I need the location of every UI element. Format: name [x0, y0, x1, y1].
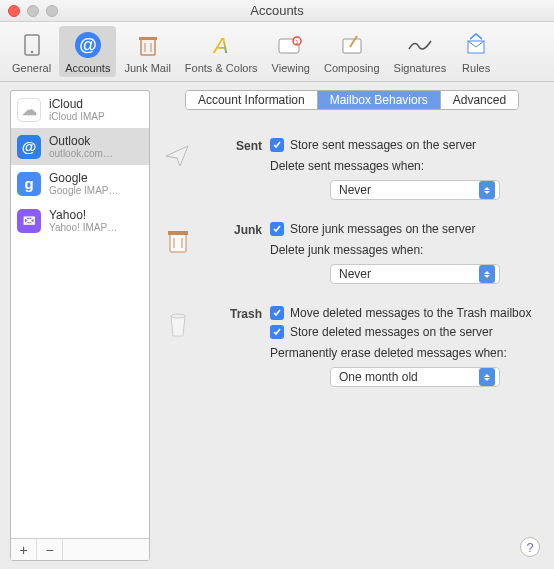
viewing-icon: 1 — [275, 29, 307, 61]
junk-icon — [160, 222, 196, 258]
tab-segmented-control: Account Information Mailbox Behaviors Ad… — [160, 90, 544, 110]
toolbar-signatures[interactable]: Signatures — [388, 26, 453, 77]
account-yahoo[interactable]: ✉ Yahoo! Yahoo! IMAP… — [11, 202, 149, 239]
svg-rect-17 — [170, 234, 186, 252]
tab-advanced[interactable]: Advanced — [441, 91, 518, 109]
svg-point-21 — [171, 314, 185, 318]
accounts-list: ☁ iCloud iCloud IMAP @ Outlook outlook.c… — [11, 91, 149, 538]
mail-icon: ✉ — [17, 209, 41, 233]
account-name: iCloud — [49, 97, 105, 111]
toolbar-viewing[interactable]: 1 Viewing — [266, 26, 316, 77]
google-icon: g — [17, 172, 41, 196]
account-google[interactable]: g Google Google IMAP… — [11, 165, 149, 202]
junk-store-label: Store junk messages on the server — [290, 222, 475, 236]
account-sub: iCloud IMAP — [49, 111, 105, 122]
chevron-updown-icon — [479, 265, 495, 283]
account-sub: Yahoo! IMAP… — [49, 222, 117, 233]
svg-text:A: A — [212, 33, 229, 58]
svg-rect-4 — [141, 39, 155, 55]
junk-delete-label: Delete junk messages when: — [270, 243, 536, 257]
toolbar-composing[interactable]: Composing — [318, 26, 386, 77]
svg-text:@: @ — [79, 35, 97, 55]
tab-account-information[interactable]: Account Information — [186, 91, 318, 109]
account-icloud[interactable]: ☁ iCloud iCloud IMAP — [11, 91, 149, 128]
svg-rect-5 — [139, 37, 157, 40]
sidebar-footer: + − — [11, 538, 149, 560]
account-sub: Google IMAP… — [49, 185, 118, 196]
toolbar-fonts-colors[interactable]: A Fonts & Colors — [179, 26, 264, 77]
trash-row: Trash Move deleted messages to the Trash… — [160, 306, 536, 387]
signatures-icon — [404, 29, 436, 61]
sent-delete-select[interactable]: Never — [330, 180, 500, 200]
junk-store-checkbox[interactable] — [270, 222, 284, 236]
trash-erase-label: Permanently erase deleted messages when: — [270, 346, 536, 360]
chevron-updown-icon — [479, 181, 495, 199]
sent-store-checkbox[interactable] — [270, 138, 284, 152]
sent-icon — [160, 138, 196, 174]
titlebar: Accounts — [0, 0, 554, 22]
trash-store-label: Store deleted messages on the server — [290, 325, 493, 339]
sent-label: Sent — [196, 138, 270, 200]
window-title: Accounts — [0, 3, 554, 18]
chevron-updown-icon — [479, 368, 495, 386]
trash-store-checkbox[interactable] — [270, 325, 284, 339]
account-name: Google — [49, 171, 118, 185]
tab-mailbox-behaviors[interactable]: Mailbox Behaviors — [318, 91, 441, 109]
composing-icon — [336, 29, 368, 61]
trash-erase-select[interactable]: One month old — [330, 367, 500, 387]
toolbar-rules[interactable]: Rules — [454, 26, 498, 77]
content-area: ☁ iCloud iCloud IMAP @ Outlook outlook.c… — [0, 82, 554, 569]
remove-account-button[interactable]: − — [37, 539, 63, 560]
junk-row: Junk Store junk messages on the server D… — [160, 222, 536, 284]
add-account-button[interactable]: + — [11, 539, 37, 560]
at-icon: @ — [17, 135, 41, 159]
junk-label: Junk — [196, 222, 270, 284]
sent-store-label: Store sent messages on the server — [290, 138, 476, 152]
general-icon — [16, 29, 48, 61]
sent-row: Sent Store sent messages on the server D… — [160, 138, 536, 200]
toolbar-general[interactable]: General — [6, 26, 57, 77]
trash-move-checkbox[interactable] — [270, 306, 284, 320]
cloud-icon: ☁ — [17, 98, 41, 122]
trash-icon — [160, 306, 196, 342]
account-outlook[interactable]: @ Outlook outlook.com… — [11, 128, 149, 165]
svg-point-1 — [30, 51, 32, 53]
svg-rect-18 — [168, 231, 188, 235]
accounts-icon: @ — [72, 29, 104, 61]
account-name: Outlook — [49, 134, 113, 148]
junk-mail-icon — [132, 29, 164, 61]
account-name: Yahoo! — [49, 208, 117, 222]
main-panel: Account Information Mailbox Behaviors Ad… — [160, 90, 544, 561]
account-sub: outlook.com… — [49, 148, 113, 159]
toolbar: General @ Accounts Junk Mail A Fonts & C… — [0, 22, 554, 82]
preferences-window: Accounts General @ Accounts Junk Mail A … — [0, 0, 554, 569]
help-button[interactable]: ? — [520, 537, 540, 557]
svg-rect-12 — [343, 39, 361, 53]
sent-delete-label: Delete sent messages when: — [270, 159, 536, 173]
accounts-sidebar: ☁ iCloud iCloud IMAP @ Outlook outlook.c… — [10, 90, 150, 561]
trash-label: Trash — [196, 306, 270, 387]
rules-icon — [460, 29, 492, 61]
toolbar-junk-mail[interactable]: Junk Mail — [118, 26, 176, 77]
toolbar-accounts[interactable]: @ Accounts — [59, 26, 116, 77]
fonts-colors-icon: A — [205, 29, 237, 61]
behaviors-panel: Drafts Drafts Store draft messages on th… — [160, 118, 544, 561]
junk-delete-select[interactable]: Never — [330, 264, 500, 284]
trash-move-label: Move deleted messages to the Trash mailb… — [290, 306, 531, 320]
